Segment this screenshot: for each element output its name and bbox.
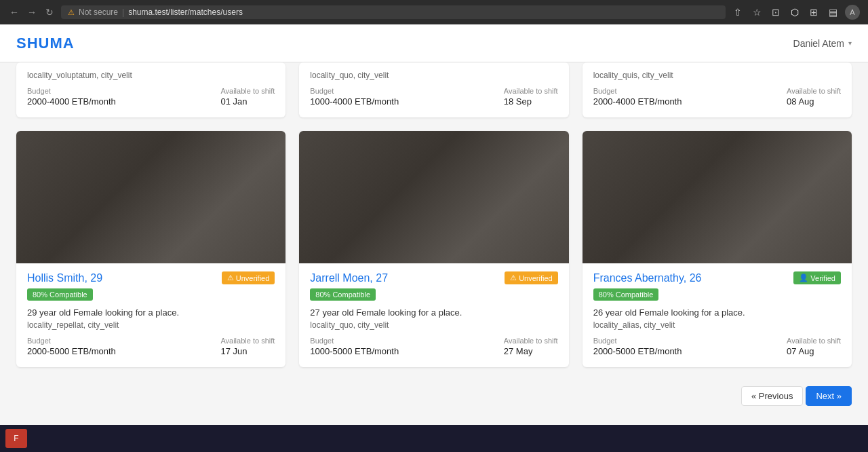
card-frances-budget-group: Budget 2000-5000 ETB/month (593, 337, 682, 356)
card-frances-verified-badge: 👤 Verified (793, 271, 841, 284)
top-card-3[interactable]: locality_quis, city_velit Budget 2000-40… (583, 62, 852, 117)
top-card-2-available-value: 18 Sep (504, 96, 558, 107)
card-frances-meta: Budget 2000-5000 ETB/month Available to … (593, 337, 841, 356)
top-card-1[interactable]: locality_voluptatum, city_velit Budget 2… (16, 62, 285, 117)
card-frances-name-row: Frances Abernathy, 26 👤 Verified (593, 271, 841, 284)
card-jarrell-unverified-badge: ⚠ Unverified (505, 271, 558, 284)
top-card-2-available-label: Available to shift (504, 87, 558, 95)
card-hollis-available-label: Available to shift (220, 337, 275, 345)
card-frances-budget-label: Budget (593, 337, 682, 345)
card-frances-description: 26 year old Female looking for a place. (593, 307, 841, 318)
top-card-2-available-group: Available to shift 18 Sep (504, 87, 558, 107)
top-card-2-locality: locality_quo, city_velit (310, 71, 557, 80)
top-card-3-meta: Budget 2000-4000 ETB/month Available to … (593, 87, 841, 107)
card-jarrell-budget-group: Budget 1000-5000 ETB/month (310, 337, 399, 356)
card-jarrell-description: 27 year old Female looking for a place. (310, 307, 557, 318)
card-hollis-available-group: Available to shift 17 Jun (220, 337, 275, 356)
profile-circle[interactable]: A (845, 5, 860, 20)
address-bar[interactable]: ⚠ Not secure | shuma.test/lister/matches… (61, 5, 726, 19)
card-jarrell-available-label: Available to shift (504, 337, 558, 345)
top-card-3-budget-value: 2000-4000 ETB/month (593, 96, 682, 107)
app-header: SHUMA Daniel Atem ▾ (0, 24, 868, 62)
not-secure-label: Not secure (79, 7, 118, 17)
verified-icon: 👤 (799, 274, 808, 282)
back-button[interactable]: ← (8, 6, 20, 18)
card-frances-available-value: 07 Aug (787, 346, 841, 356)
card-jarrell-name[interactable]: Jarrell Moen, 27 (310, 272, 388, 284)
previous-button[interactable]: « Previous (741, 386, 803, 406)
top-card-3-budget-label: Budget (593, 87, 682, 95)
card-hollis-budget-label: Budget (27, 337, 116, 345)
top-card-1-meta: Budget 2000-4000 ETB/month Available to … (27, 87, 275, 107)
card-hollis-smith[interactable]: Hollis Smith, 29 ⚠ Unverified 80% Compat… (16, 131, 285, 367)
card-frances-body: Frances Abernathy, 26 👤 Verified 80% Com… (583, 263, 852, 367)
card-hollis-budget-group: Budget 2000-5000 ETB/month (27, 337, 116, 356)
bookmark-icon[interactable]: ☆ (750, 5, 764, 19)
card-jarrell-name-row: Jarrell Moen, 27 ⚠ Unverified (310, 271, 557, 284)
card-hollis-unverified-badge: ⚠ Unverified (222, 271, 275, 284)
forward-button[interactable]: → (26, 6, 38, 18)
card-frances-abernathy[interactable]: Frances Abernathy, 26 👤 Verified 80% Com… (583, 131, 852, 367)
screenshot-icon[interactable]: ⊡ (769, 5, 783, 19)
top-card-2-meta: Budget 1000-4000 ETB/month Available to … (310, 87, 557, 107)
card-jarrell-meta: Budget 1000-5000 ETB/month Available to … (310, 337, 557, 356)
sidebar-icon[interactable]: ▤ (826, 5, 840, 19)
top-card-3-available-group: Available to shift 08 Aug (787, 87, 841, 107)
card-hollis-photo (16, 131, 285, 263)
card-hollis-compatible-badge: 80% Compatible (27, 288, 93, 301)
extensions-icon[interactable]: ⬡ (788, 5, 802, 19)
card-hollis-name[interactable]: Hollis Smith, 29 (27, 272, 102, 284)
puzzle-icon[interactable]: ⊞ (807, 5, 821, 19)
share-icon[interactable]: ⇧ (731, 5, 745, 19)
taskbar: F (0, 425, 868, 452)
card-jarrell-locality: locality_quo, city_velit (310, 320, 557, 330)
card-jarrell-budget-label: Budget (310, 337, 399, 345)
card-jarrell-available-value: 27 May (504, 346, 558, 356)
card-frances-photo (583, 131, 852, 263)
top-card-3-available-value: 08 Aug (787, 96, 841, 107)
top-cards-row: locality_voluptatum, city_velit Budget 2… (16, 62, 852, 117)
card-jarrell-body: Jarrell Moen, 27 ⚠ Unverified 80% Compat… (299, 263, 568, 367)
top-card-1-available-group: Available to shift 01 Jan (220, 87, 275, 107)
card-frances-available-group: Available to shift 07 Aug (787, 337, 841, 356)
taskbar-app[interactable]: F (5, 429, 27, 448)
cards-row: Hollis Smith, 29 ⚠ Unverified 80% Compat… (16, 131, 852, 367)
url-text: shuma.test/lister/matches/users (128, 7, 243, 17)
card-hollis-meta: Budget 2000-5000 ETB/month Available to … (27, 337, 275, 356)
card-hollis-body: Hollis Smith, 29 ⚠ Unverified 80% Compat… (16, 263, 285, 367)
top-card-1-locality: locality_voluptatum, city_velit (27, 71, 275, 80)
card-frances-compatible-badge: 80% Compatible (593, 288, 659, 301)
card-jarrell-available-group: Available to shift 27 May (504, 337, 558, 356)
app-logo[interactable]: SHUMA (16, 35, 75, 52)
card-frances-budget-value: 2000-5000 ETB/month (593, 346, 682, 356)
top-card-1-budget-label: Budget (27, 87, 116, 95)
browser-actions: ⇧ ☆ ⊡ ⬡ ⊞ ▤ A (731, 5, 860, 20)
user-menu[interactable]: Daniel Atem ▾ (793, 38, 852, 49)
card-hollis-available-value: 17 Jun (220, 346, 275, 356)
card-jarrell-moen[interactable]: Jarrell Moen, 27 ⚠ Unverified 80% Compat… (299, 131, 568, 367)
top-card-1-available-label: Available to shift (220, 87, 275, 95)
top-card-3-locality: locality_quis, city_velit (593, 71, 841, 80)
card-frances-available-label: Available to shift (787, 337, 841, 345)
card-hollis-budget-value: 2000-5000 ETB/month (27, 346, 116, 356)
top-card-1-budget-group: Budget 2000-4000 ETB/month (27, 87, 116, 107)
user-name: Daniel Atem (793, 38, 844, 49)
card-jarrell-photo (299, 131, 568, 263)
browser-chrome: ← → ↻ ⚠ Not secure | shuma.test/lister/m… (0, 0, 868, 24)
card-hollis-description: 29 year old Female looking for a place. (27, 307, 275, 318)
refresh-button[interactable]: ↻ (43, 6, 56, 18)
security-warning-icon: ⚠ (68, 8, 75, 17)
card-hollis-locality: locality_repellat, city_velit (27, 320, 275, 330)
card-frances-name[interactable]: Frances Abernathy, 26 (593, 272, 702, 284)
card-hollis-name-row: Hollis Smith, 29 ⚠ Unverified (27, 271, 275, 284)
unverified-icon: ⚠ (227, 274, 234, 282)
card-jarrell-budget-value: 1000-5000 ETB/month (310, 346, 399, 356)
top-card-3-budget-group: Budget 2000-4000 ETB/month (593, 87, 682, 107)
top-card-1-budget-value: 2000-4000 ETB/month (27, 96, 116, 107)
top-card-2[interactable]: locality_quo, city_velit Budget 1000-400… (299, 62, 568, 117)
top-card-3-available-label: Available to shift (787, 87, 841, 95)
top-card-2-budget-group: Budget 1000-4000 ETB/month (310, 87, 399, 107)
top-card-1-available-value: 01 Jan (220, 96, 275, 107)
user-menu-chevron: ▾ (848, 39, 852, 47)
next-button[interactable]: Next » (806, 386, 852, 406)
